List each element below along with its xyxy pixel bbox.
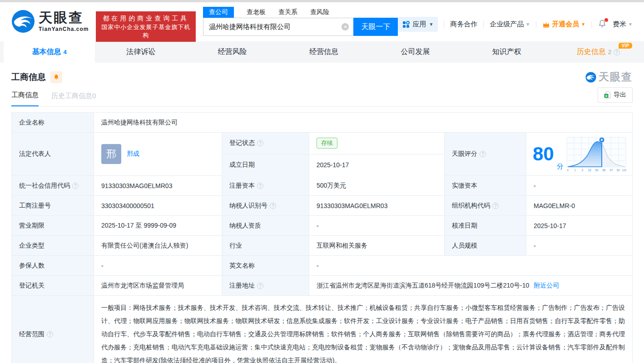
field-label: 营业期限 (12, 216, 94, 236)
header-nav: 应用 ▼ 商务合作 企业级产品 ▼ 开通会员 ▼ 费米 (398, 17, 633, 32)
field-label: 纳税人资质 (222, 216, 309, 236)
tab-label: 经营信息 (309, 47, 338, 57)
tab-basic-info[interactable]: 基本信息 4 (4, 41, 95, 63)
approval-date-value: 2025-10-17 (526, 216, 632, 236)
table-row: 经营范围? 一般项目：网络技术服务；技术服务、技术开发、技术咨询、技术交流、技术… (12, 296, 632, 363)
table-row: 法定代表人 邢 邢成 登记状态? 存续 成立日期 2025-10-17 天眼评分… (12, 133, 632, 176)
tab-operating-risk[interactable]: 经营风险 (187, 41, 278, 63)
field-label: 登记状态? (222, 133, 309, 154)
svg-text:3: 3 (581, 169, 583, 172)
subscribe-bell-button[interactable] (50, 71, 62, 83)
search-tab-risk[interactable]: 查风险 (310, 7, 329, 18)
subtab-history-registration[interactable]: 历史工商信息0 (51, 92, 96, 106)
tab-legal-proceedings[interactable]: 法律诉讼 (95, 41, 186, 63)
establish-date-value: 2025-10-17 (309, 154, 444, 176)
reg-status-value: 存续 (309, 133, 444, 154)
search-input[interactable] (203, 18, 353, 36)
field-label: 经营范围? (12, 296, 94, 363)
taxpayer-qualification-value: - (309, 216, 445, 236)
help-icon[interactable]: ? (480, 151, 486, 157)
field-label: 纳税人识别号? (222, 196, 309, 216)
subtab-business-registration[interactable]: 工商信息 (11, 91, 39, 106)
tab-intellectual-property[interactable]: 知识产权 (461, 41, 552, 63)
svg-text:15: 15 (588, 169, 591, 172)
notifications-bell[interactable] (598, 19, 607, 30)
table-row: 统一社会信用代码? 91330303MAG0ELMR03 注册资本? 500万美… (12, 176, 632, 196)
excel-icon: X (604, 91, 611, 99)
score-unit: 分 (557, 162, 564, 171)
help-icon[interactable]: ? (614, 49, 620, 55)
page-title: 工商信息 (11, 71, 46, 83)
search-button[interactable]: 天眼一下 (353, 18, 398, 36)
help-icon[interactable]: ? (492, 203, 499, 209)
field-label: 注册资本? (222, 176, 309, 196)
svg-text:1: 1 (574, 169, 576, 172)
search-tab-relation[interactable]: 查关系 (278, 7, 297, 18)
tab-history-info[interactable]: VIP 历史信息 2 ? (553, 41, 644, 63)
paid-capital-value: - (526, 176, 632, 196)
org-code-value: MAG0ELMR-0 (526, 196, 632, 216)
divider (536, 21, 536, 28)
field-label: 注册地址? (222, 276, 309, 296)
export-label: 导出 (614, 91, 626, 99)
tab-business-info[interactable]: 经营信息 (278, 41, 369, 63)
table-row: 登记机关 温州市龙湾区市场监督管理局 注册地址? 浙江省温州市龙湾区星海街道滨海… (12, 276, 632, 296)
svg-text:97: 97 (609, 169, 613, 172)
tab-label: 知识产权 (492, 47, 521, 57)
divider (591, 21, 592, 28)
field-label: 核准日期 (445, 216, 526, 236)
tab-company-development[interactable]: 公司发展 (370, 41, 461, 63)
help-icon[interactable]: ? (257, 140, 263, 146)
chevron-down-icon: ▼ (525, 22, 530, 27)
help-icon[interactable]: ? (72, 183, 79, 189)
search-tabs: 查公司 查老板 查关系 查风险 (203, 7, 398, 18)
score-cell[interactable]: 80 分 (526, 133, 632, 176)
nav-enterprise-products[interactable]: 企业级产品 ▼ (490, 20, 530, 29)
reg-address-value: 浙江省温州市龙湾区星海街道滨海五道618号经开物流园109号二楼210号-10 (317, 282, 529, 290)
help-icon[interactable]: ? (257, 283, 263, 289)
table-row: 企业名称 温州哈捷网络科技有限公司 (12, 113, 632, 133)
score-value: 80 (533, 144, 554, 164)
tianyancha-watermark: 天眼查 (585, 70, 633, 84)
industry-value: 互联网和相关服务 (309, 236, 445, 256)
tab-count: 2 (608, 49, 611, 55)
tab-label: 经营风险 (218, 47, 247, 57)
export-button[interactable]: X 导出 (598, 87, 633, 103)
credit-code-value: 91330303MAG0ELMR03 (94, 176, 222, 196)
subtab-row: 工商信息 历史工商信息0 X 导出 (11, 86, 633, 107)
nav-cooperation[interactable]: 商务合作 (450, 20, 477, 29)
table-row: 企业类型 有限责任公司(港澳台法人独资) 行业 互联网和相关服务 人员规模 - (12, 236, 632, 256)
slogan-line1: 都在用的商业查询工具 (100, 14, 191, 23)
field-label: 企业类型 (12, 236, 94, 256)
avatar[interactable]: 邢 (101, 144, 121, 164)
tab-label: 公司发展 (401, 47, 430, 57)
status-date-stack: 登记状态? 存续 成立日期 2025-10-17 (222, 133, 445, 176)
bell-icon (53, 74, 59, 80)
apps-menu[interactable]: 应用 ▼ (398, 17, 438, 32)
tianyancha-logo[interactable]: 天眼查 TianYanCha.com (11, 10, 89, 33)
user-menu[interactable]: 费米 ▼ (613, 20, 633, 29)
legal-rep-link[interactable]: 邢成 (127, 150, 139, 158)
nearby-companies-link[interactable]: 附近公司 (534, 282, 559, 290)
search-tab-company[interactable]: 查公司 (203, 7, 234, 18)
vip-label: 开通会员 (552, 20, 579, 29)
enterprise-label: 企业级产品 (490, 20, 524, 29)
section-header: 工商信息 天眼查 (0, 63, 644, 84)
reg-capital-value: 500万美元 (309, 176, 445, 196)
help-icon[interactable]: ? (47, 331, 53, 338)
open-vip-button[interactable]: 开通会员 ▼ (542, 20, 585, 29)
logo-subtitle: TianYanCha.com (39, 26, 89, 32)
chevron-down-icon: ▼ (429, 22, 433, 27)
search-tab-boss[interactable]: 查老板 (247, 7, 266, 18)
field-label: 成立日期 (222, 154, 309, 176)
divider (483, 21, 484, 28)
reg-address-cell: 浙江省温州市龙湾区星海街道滨海五道618号经开物流园109号二楼210号-10 … (309, 276, 632, 296)
help-icon[interactable]: ? (270, 203, 276, 209)
help-icon[interactable]: ? (257, 183, 263, 189)
status-badge: 存续 (317, 138, 337, 149)
field-label: 企业名称 (12, 113, 94, 133)
english-name-value: - (309, 256, 632, 276)
business-term-value: 2025-10-17 至 9999-09-09 (94, 216, 222, 236)
svg-text:50: 50 (595, 169, 599, 172)
notification-dot (604, 18, 608, 22)
